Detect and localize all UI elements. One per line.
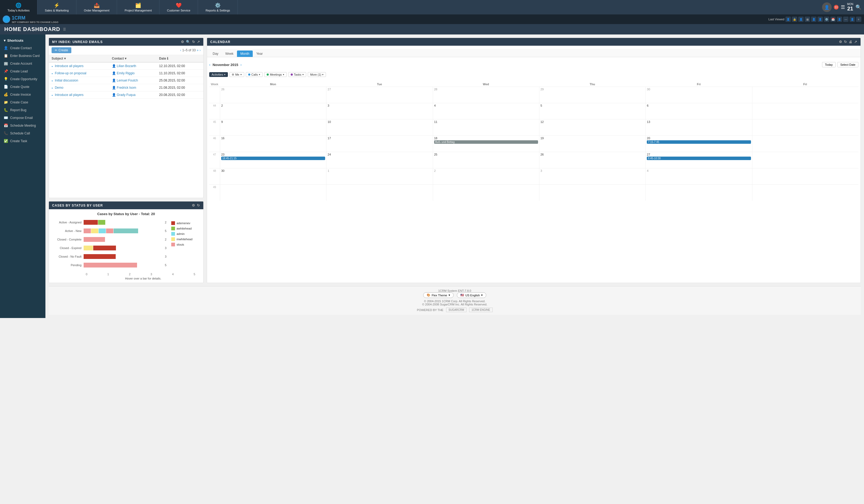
lv-icon-10[interactable]: — — [843, 16, 849, 22]
top-nav-item-order[interactable]: 📤Order Management — [76, 0, 117, 14]
notification-badge[interactable]: 33 — [834, 5, 839, 10]
calendar-day-cell[interactable]: 27 — [326, 87, 433, 103]
calendar-day-cell[interactable]: 207:15-7:45 — [646, 136, 752, 152]
next-page-icon[interactable]: » — [197, 48, 199, 52]
bar-segment[interactable] — [106, 228, 113, 233]
calendar-day-cell[interactable]: 28 — [433, 87, 539, 103]
chart-refresh-icon[interactable]: ↻ — [197, 203, 200, 207]
bar-segment[interactable] — [84, 263, 137, 267]
calendar-day-cell[interactable]: 13 — [646, 119, 752, 135]
inbox-refresh-icon[interactable]: ↻ — [192, 40, 195, 44]
sidebar-item-schedule-meeting[interactable]: 📅Schedule Meeting — [0, 122, 45, 129]
cal-external-icon[interactable]: ↗ — [854, 40, 857, 44]
calendar-day-cell[interactable] — [433, 185, 539, 201]
bar-segment[interactable] — [84, 228, 91, 233]
calendar-day-cell[interactable]: 4 — [646, 168, 752, 184]
lv-icon-3[interactable]: 👤 — [798, 16, 804, 22]
lv-icon-1[interactable]: 👤 — [785, 16, 791, 22]
inbox-settings-icon[interactable]: ⚙ — [181, 40, 184, 44]
lv-icon-8[interactable]: 📅 — [830, 16, 836, 22]
filter-btn-meetings[interactable]: Meetings▾ — [264, 72, 287, 77]
calendar-event[interactable]: Buß- und Bettag — [434, 140, 538, 144]
bar-segment[interactable] — [84, 220, 98, 225]
sidebar-item-compose-email[interactable]: ✉️Compose Email — [0, 114, 45, 122]
email-subject-link[interactable]: Follow-up on proposal — [55, 71, 86, 75]
email-contact-link[interactable]: Emily Riggio — [117, 71, 135, 75]
email-subject-link[interactable]: Demo — [55, 86, 63, 89]
email-subject-link[interactable]: Introduce all players — [55, 93, 83, 97]
calendar-day-cell[interactable]: 2 — [433, 168, 539, 184]
calendar-event[interactable]: 8:45-10:30 — [647, 157, 751, 160]
cal-settings-icon[interactable]: ⚙ — [839, 40, 842, 44]
calendar-day-cell[interactable]: 10 — [326, 119, 433, 135]
lv-icon-5[interactable]: 👤 — [811, 16, 816, 22]
tab-week[interactable]: Week — [222, 50, 237, 57]
email-subject-link[interactable]: Introduce all players — [55, 64, 83, 68]
calendar-day-cell[interactable] — [326, 185, 433, 201]
cal-prev-month[interactable]: ‹ — [209, 62, 211, 67]
calendar-day-cell[interactable] — [752, 103, 859, 119]
sidebar-item-create-invoice[interactable]: 💰Create Invoice — [0, 91, 45, 98]
lv-icon-2[interactable]: 🔒 — [792, 16, 797, 22]
filter-btn-me[interactable]: Me▾ — [229, 72, 244, 77]
theme-button[interactable]: 🎨 Flex Theme ▾ — [423, 292, 454, 298]
sidebar-item-create-contact[interactable]: 👤Create Contact — [0, 44, 45, 52]
language-button[interactable]: 🇺🇸 US English ▾ — [457, 292, 486, 298]
bar-segment[interactable] — [91, 228, 98, 233]
cal-print-icon[interactable]: 🖨 — [849, 40, 852, 44]
calendar-day-cell[interactable]: 6 — [646, 103, 752, 119]
calendar-day-cell[interactable]: 1 — [326, 168, 433, 184]
sidebar-item-create-opportunity[interactable]: 💡Create Opportunity — [0, 75, 45, 83]
lv-icon-12[interactable]: ≡ — [856, 16, 861, 22]
calendar-day-cell[interactable]: 18Buß- und Bettag — [433, 136, 539, 152]
calendar-day-cell[interactable]: 3 — [539, 168, 646, 184]
calendar-day-cell[interactable] — [752, 87, 859, 103]
filter-btn-activities[interactable]: Activities▾ — [209, 72, 228, 77]
calendar-day-cell[interactable] — [752, 168, 859, 184]
sidebar-item-create-case[interactable]: 📁Create Case — [0, 98, 45, 106]
filter-btn-calls[interactable]: Calls▾ — [246, 72, 263, 77]
create-email-button[interactable]: ✏ Create — [51, 47, 71, 53]
calendar-day-cell[interactable]: 26 — [220, 87, 326, 103]
cal-refresh-icon[interactable]: ↻ — [844, 40, 847, 44]
cal-next-month[interactable]: › — [240, 62, 242, 67]
lv-icon-9[interactable]: 👤 — [837, 16, 842, 22]
filter-btn-more-1[interactable]: More (1)▾ — [308, 72, 326, 77]
bar-segment[interactable] — [84, 254, 116, 259]
email-subject-link[interactable]: Initial discussion — [55, 79, 78, 82]
lv-icon-6[interactable]: 👤 — [817, 16, 823, 22]
calendar-day-cell[interactable]: 16 — [220, 136, 326, 152]
calendar-event[interactable]: 7:15-7:45 — [647, 140, 751, 144]
calendar-day-cell[interactable]: 278:45-10:30 — [646, 152, 752, 168]
calendar-day-cell[interactable]: 25 — [433, 152, 539, 168]
top-nav-item-project[interactable]: 🗂️Project Management — [117, 0, 159, 14]
calendar-day-cell[interactable]: 9 — [220, 119, 326, 135]
shortcuts-expand-icon[interactable]: ▾ — [4, 38, 5, 43]
calendar-day-cell[interactable]: 12 — [539, 119, 646, 135]
calendar-day-cell[interactable] — [646, 185, 752, 201]
sidebar-item-enter-biz-card[interactable]: 📋Enter Business Card — [0, 52, 45, 60]
filter-btn-tasks[interactable]: Tasks▾ — [288, 72, 306, 77]
calendar-day-cell[interactable]: 24 — [326, 152, 433, 168]
bar-segment[interactable] — [113, 228, 138, 233]
calendar-day-cell[interactable]: 19 — [539, 136, 646, 152]
calendar-day-cell[interactable]: 26 — [539, 152, 646, 168]
calendar-day-cell[interactable]: 2 — [220, 103, 326, 119]
calendar-day-cell[interactable] — [752, 152, 859, 168]
calendar-day-cell[interactable]: 11 — [433, 119, 539, 135]
sidebar-item-create-lead[interactable]: 📌Create Lead — [0, 67, 45, 75]
top-nav-item-reports[interactable]: ⚙️Reports & Settings — [198, 0, 238, 14]
calendar-day-cell[interactable] — [752, 119, 859, 135]
lv-icon-7[interactable]: ⚙️ — [824, 16, 829, 22]
dashboard-menu-icon[interactable]: ☰ — [63, 27, 66, 31]
tab-day[interactable]: Day — [209, 50, 222, 57]
sidebar-item-create-account[interactable]: 🏢Create Account — [0, 60, 45, 67]
sidebar-item-schedule-call[interactable]: 📞Schedule Call — [0, 129, 45, 137]
bar-segment[interactable] — [84, 237, 105, 242]
bar-segment[interactable] — [99, 228, 106, 233]
top-nav-item-sales[interactable]: ⚡Sales & Marketing — [37, 0, 76, 14]
calendar-day-cell[interactable]: 3 — [326, 103, 433, 119]
bar-segment[interactable] — [84, 245, 93, 250]
calendar-day-cell[interactable] — [539, 185, 646, 201]
lv-icon-11[interactable]: 👤 — [850, 16, 855, 22]
